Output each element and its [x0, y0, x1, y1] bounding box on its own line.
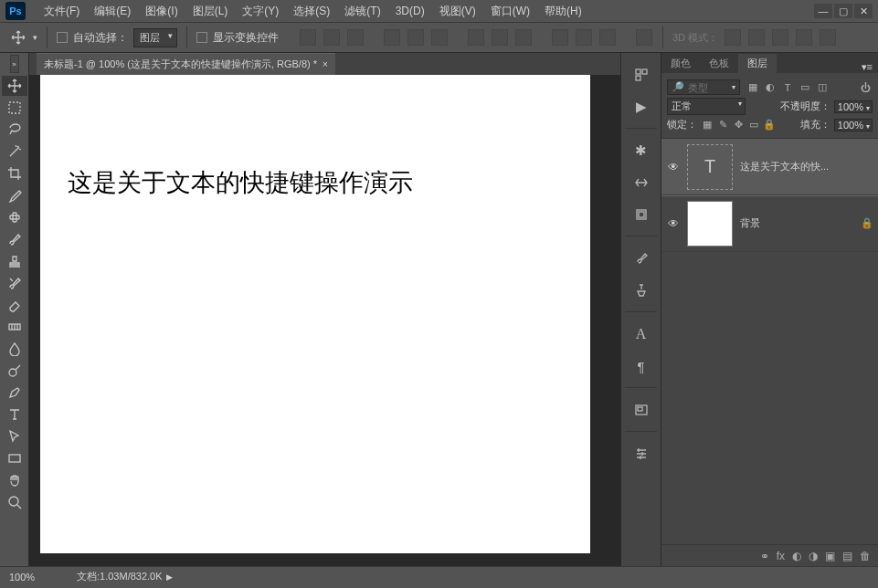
adjustment-layer-icon[interactable]: ◑ [809, 550, 818, 562]
filter-adjust-icon[interactable]: ◐ [763, 80, 778, 95]
layer-name[interactable]: 这是关于文本的快... [740, 160, 856, 173]
tab-color[interactable]: 颜色 [661, 54, 700, 73]
layer-row[interactable]: 👁 背景 🔒 [661, 195, 878, 252]
menu-window[interactable]: 窗口(W) [483, 4, 537, 19]
filter-shape-icon[interactable]: ▭ [798, 80, 812, 95]
hand-tool[interactable] [2, 470, 27, 490]
lock-all-icon[interactable]: 🔒 [763, 119, 776, 131]
delete-layer-icon[interactable]: 🗑 [860, 550, 871, 562]
lasso-tool[interactable] [2, 120, 27, 140]
channels-panel-icon[interactable] [629, 203, 654, 226]
stamp-tool[interactable] [2, 251, 27, 271]
menu-layer[interactable]: 图层(L) [185, 4, 236, 19]
document-info[interactable]: 文档:1.03M/832.0K▶ [77, 570, 173, 583]
menu-type[interactable]: 文字(Y) [235, 4, 286, 19]
filter-toggle[interactable]: ⏻ [858, 80, 873, 95]
layer-thumbnail[interactable] [687, 201, 733, 247]
navigator-panel-icon[interactable] [629, 398, 654, 422]
close-button[interactable]: ✕ [854, 4, 873, 18]
menu-view[interactable]: 视图(V) [432, 4, 483, 19]
tab-layers[interactable]: 图层 [738, 54, 777, 73]
maximize-button[interactable]: ▢ [834, 4, 852, 18]
styles-panel-icon[interactable] [629, 171, 654, 194]
dist-opt-7[interactable] [636, 29, 652, 46]
toolbox-expand[interactable]: » [10, 55, 19, 73]
filter-pixel-icon[interactable]: ▦ [746, 80, 760, 95]
zoom-level[interactable]: 100% [9, 572, 64, 583]
align-opt-5[interactable] [407, 29, 424, 46]
menu-file[interactable]: 文件(F) [37, 4, 87, 19]
menu-help[interactable]: 帮助(H) [537, 4, 589, 19]
align-opt-6[interactable] [431, 29, 448, 46]
properties-panel-icon[interactable] [629, 442, 654, 466]
3d-opt-1[interactable] [725, 29, 741, 46]
link-layers-icon[interactable]: ⚭ [760, 550, 769, 562]
adjustments-panel-icon[interactable]: ✱ [629, 139, 654, 163]
opacity-input[interactable]: 100% ▾ [834, 100, 873, 113]
canvas-text[interactable]: 这是关于文本的快捷键操作演示 [40, 75, 590, 199]
type-tool[interactable] [2, 404, 27, 425]
menu-edit[interactable]: 编辑(E) [87, 4, 138, 19]
eyedropper-tool[interactable] [2, 185, 27, 205]
actions-panel-icon[interactable]: ▶ [629, 95, 654, 119]
character-panel-icon[interactable]: A [629, 322, 654, 346]
zoom-tool[interactable] [2, 492, 27, 512]
3d-opt-2[interactable] [748, 29, 765, 46]
blur-tool[interactable] [2, 339, 27, 359]
fill-input[interactable]: 100% ▾ [834, 119, 873, 131]
menu-image[interactable]: 图像(I) [138, 4, 185, 19]
dist-opt-6[interactable] [599, 29, 616, 46]
history-brush-tool[interactable] [2, 273, 27, 293]
path-select-tool[interactable] [2, 426, 27, 446]
layer-visibility-toggle[interactable]: 👁 [661, 161, 685, 173]
auto-select-checkbox[interactable] [57, 32, 68, 43]
dist-opt-4[interactable] [552, 29, 568, 46]
magic-wand-tool[interactable] [2, 142, 27, 162]
layer-group-icon[interactable]: ▣ [825, 550, 835, 562]
canvas[interactable]: 这是关于文本的快捷键操作演示 [40, 75, 590, 553]
eraser-tool[interactable] [2, 295, 27, 315]
crop-tool[interactable] [2, 163, 27, 184]
3d-opt-5[interactable] [820, 29, 836, 46]
layer-filter-search[interactable]: 🔎 ▾ [667, 79, 740, 95]
align-opt-1[interactable] [300, 29, 316, 46]
move-tool[interactable] [2, 76, 27, 96]
menu-filter[interactable]: 滤镜(T) [337, 4, 387, 19]
layer-name[interactable]: 背景 [740, 216, 856, 230]
auto-select-target[interactable]: 图层 [133, 28, 177, 47]
gradient-tool[interactable] [2, 317, 27, 337]
dist-opt-2[interactable] [492, 29, 508, 46]
layer-thumbnail-text[interactable]: T [687, 144, 733, 190]
align-opt-3[interactable] [347, 29, 364, 46]
filter-type-icon[interactable]: T [780, 80, 795, 95]
3d-opt-4[interactable] [796, 29, 812, 46]
dist-opt-5[interactable] [576, 29, 592, 46]
lock-position-icon[interactable]: ✥ [732, 119, 745, 131]
tab-close-icon[interactable]: × [323, 59, 328, 69]
history-panel-icon[interactable] [629, 63, 654, 87]
dodge-tool[interactable] [2, 361, 27, 381]
layer-visibility-toggle[interactable]: 👁 [661, 217, 685, 230]
document-tab[interactable]: 未标题-1 @ 100% (这是关于文本的快捷键操作演示, RGB/8) * × [37, 53, 335, 75]
3d-opt-3[interactable] [772, 29, 788, 46]
menu-select[interactable]: 选择(S) [286, 4, 337, 19]
align-opt-2[interactable] [323, 29, 340, 46]
align-opt-4[interactable] [384, 29, 400, 46]
panel-menu-icon[interactable]: ▾≡ [856, 61, 878, 73]
healing-tool[interactable] [2, 207, 27, 227]
dist-opt-1[interactable] [468, 29, 484, 46]
brush-tool[interactable] [2, 229, 27, 249]
new-layer-icon[interactable]: ▤ [842, 550, 852, 562]
rectangle-tool[interactable] [2, 448, 27, 468]
brushes-panel-icon[interactable] [629, 247, 654, 270]
layer-fx-icon[interactable]: fx [777, 550, 785, 562]
show-transform-checkbox[interactable] [196, 32, 207, 43]
tab-swatches[interactable]: 色板 [700, 54, 738, 73]
brush-presets-icon[interactable] [629, 278, 654, 302]
paragraph-panel-icon[interactable]: ¶ [629, 354, 654, 378]
filter-smart-icon[interactable]: ◫ [815, 80, 830, 95]
menu-3d[interactable]: 3D(D) [388, 5, 432, 17]
lock-transparent-icon[interactable]: ▦ [701, 119, 714, 131]
lock-pixels-icon[interactable]: ✎ [716, 119, 729, 131]
layer-mask-icon[interactable]: ◐ [792, 550, 801, 562]
